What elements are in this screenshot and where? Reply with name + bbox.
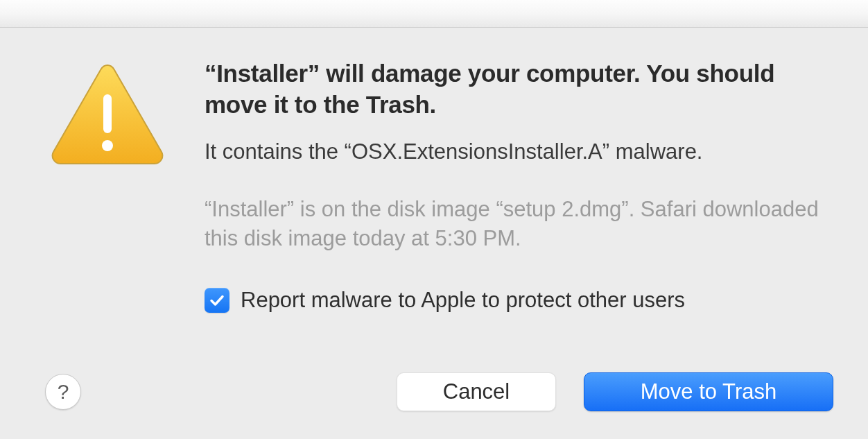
report-checkbox-label[interactable]: Report malware to Apple to protect other… <box>241 288 685 313</box>
dialog-top-row: “Installer” will damage your computer. Y… <box>45 55 833 313</box>
window-chrome <box>0 0 868 28</box>
svg-rect-0 <box>103 94 112 133</box>
dialog-body: “Installer” will damage your computer. Y… <box>0 28 868 439</box>
svg-point-1 <box>102 140 113 151</box>
cancel-button[interactable]: Cancel <box>397 372 556 411</box>
dialog-button-row: ? Cancel Move to Trash <box>45 372 833 411</box>
dialog-content: “Installer” will damage your computer. Y… <box>205 55 833 313</box>
warning-icon-container <box>45 55 170 169</box>
checkmark-icon <box>209 292 225 309</box>
report-checkbox-row[interactable]: Report malware to Apple to protect other… <box>205 288 833 313</box>
help-button[interactable]: ? <box>45 374 81 410</box>
report-checkbox[interactable] <box>205 288 229 313</box>
dialog-detail: “Installer” is on the disk image “setup … <box>205 195 833 253</box>
dialog-subtitle: It contains the “OSX.ExtensionsInstaller… <box>205 137 833 166</box>
warning-triangle-icon <box>49 61 166 169</box>
dialog-title: “Installer” will damage your computer. Y… <box>205 58 833 121</box>
move-to-trash-button[interactable]: Move to Trash <box>584 372 833 411</box>
